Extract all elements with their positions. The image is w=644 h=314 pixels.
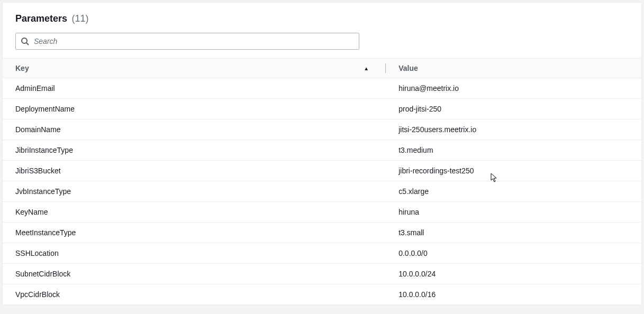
panel-header: Parameters (11)	[3, 3, 641, 33]
parameter-key: JibriInstanceType	[3, 140, 386, 161]
panel-count: (11)	[72, 13, 89, 24]
table-row: DeploymentNameprod-jitsi-250	[3, 99, 641, 119]
parameters-table: Key ▲ Value AdminEmailhiruna@meetrix.ioD…	[3, 58, 641, 304]
column-header-key[interactable]: Key ▲	[3, 59, 386, 78]
parameter-value: c5.xlarge	[386, 181, 641, 202]
table-row: SSHLocation0.0.0.0/0	[3, 243, 641, 264]
parameter-key: SubnetCidrBlock	[3, 264, 386, 284]
table-row: AdminEmailhiruna@meetrix.io	[3, 78, 641, 99]
column-header-value[interactable]: Value	[386, 59, 641, 78]
parameter-key: DomainName	[3, 119, 386, 140]
parameter-key: SSHLocation	[3, 243, 386, 264]
parameter-value: jitsi-250users.meetrix.io	[386, 119, 641, 140]
table-row: JvbInstanceTypec5.xlarge	[3, 181, 641, 202]
parameter-value: t3.small	[386, 223, 641, 243]
parameter-key: MeetInstanceType	[3, 223, 386, 243]
parameters-table-wrapper: Key ▲ Value AdminEmailhiruna@meetrix.ioD…	[3, 58, 641, 304]
parameter-value: jibri-recordings-test250	[386, 161, 641, 181]
table-row: VpcCidrBlock10.0.0.0/16	[3, 284, 641, 305]
panel-title: Parameters	[15, 13, 67, 24]
column-header-value-label: Value	[398, 64, 418, 72]
search-wrapper	[3, 33, 641, 58]
parameter-key: JibriS3Bucket	[3, 161, 386, 181]
parameter-key: AdminEmail	[3, 78, 386, 99]
parameter-key: JvbInstanceType	[3, 181, 386, 202]
parameter-value: hiruna	[386, 202, 641, 223]
parameter-value: 10.0.0.0/16	[386, 284, 641, 305]
parameter-value: hiruna@meetrix.io	[386, 78, 641, 99]
parameter-key: DeploymentName	[3, 99, 386, 119]
table-row: KeyNamehiruna	[3, 202, 641, 223]
table-row: JibriS3Bucketjibri-recordings-test250	[3, 161, 641, 181]
parameter-key: VpcCidrBlock	[3, 284, 386, 305]
parameter-value: 0.0.0.0/0	[386, 243, 641, 264]
table-row: SubnetCidrBlock10.0.0.0/24	[3, 264, 641, 284]
parameter-key: KeyName	[3, 202, 386, 223]
parameters-panel: Parameters (11) Key ▲	[2, 2, 642, 305]
search-input[interactable]	[15, 33, 359, 50]
table-row: MeetInstanceTypet3.small	[3, 223, 641, 243]
table-row: JibriInstanceTypet3.medium	[3, 140, 641, 161]
column-header-key-label: Key	[15, 64, 29, 72]
search-box	[15, 33, 359, 50]
sort-ascending-icon: ▲	[364, 66, 369, 71]
parameter-value: 10.0.0.0/24	[386, 264, 641, 284]
table-row: DomainNamejitsi-250users.meetrix.io	[3, 119, 641, 140]
parameter-value: prod-jitsi-250	[386, 99, 641, 119]
parameter-value: t3.medium	[386, 140, 641, 161]
